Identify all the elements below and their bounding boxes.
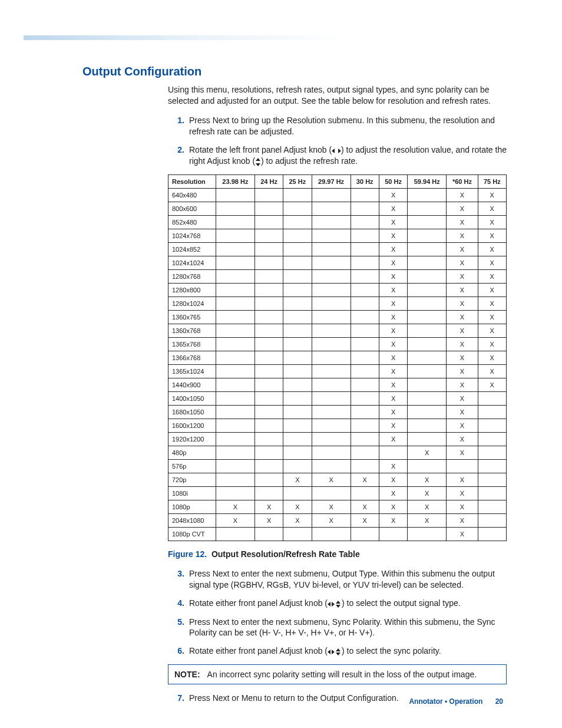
table-cell: 1280x768 xyxy=(168,270,216,284)
table-cell: X xyxy=(447,419,478,433)
table-cell xyxy=(216,229,254,243)
table-cell xyxy=(478,419,506,433)
table-cell: X xyxy=(379,365,407,378)
table-cell: X xyxy=(447,324,478,338)
table-cell: X xyxy=(254,514,283,528)
adjust-knob-icon xyxy=(328,598,342,610)
table-cell xyxy=(254,324,283,338)
table-cell: X xyxy=(379,270,407,284)
table-cell: 1080p xyxy=(168,500,216,514)
table-cell: X xyxy=(447,392,478,406)
table-cell: X xyxy=(408,487,447,500)
table-row: 1080p CVTX xyxy=(168,528,507,541)
table-row: 1360x768XXX xyxy=(168,324,507,338)
table-cell xyxy=(351,446,379,460)
table-cell xyxy=(254,446,283,460)
table-cell: X xyxy=(478,284,506,297)
table-cell xyxy=(312,392,351,406)
table-cell: X xyxy=(447,229,478,243)
table-cell: X xyxy=(447,216,478,229)
table-cell: 720p xyxy=(168,473,216,487)
table-cell xyxy=(351,297,379,311)
table-cell: X xyxy=(283,514,312,528)
table-cell: X xyxy=(379,392,407,406)
table-row: 1366x768XXX xyxy=(168,351,507,365)
table-cell xyxy=(283,338,312,351)
svg-marker-5 xyxy=(332,602,335,607)
step-text: Rotate either front panel Adjust knob ()… xyxy=(189,645,507,657)
table-cell xyxy=(351,365,379,378)
step-number: 4. xyxy=(168,598,189,610)
table-cell xyxy=(283,256,312,270)
table-cell: 1360x765 xyxy=(168,311,216,324)
table-cell xyxy=(351,528,379,541)
table-cell: 1024x768 xyxy=(168,229,216,243)
table-cell xyxy=(216,324,254,338)
table-cell: X xyxy=(478,243,506,256)
table-row: 480pXX xyxy=(168,446,507,460)
table-cell: X xyxy=(379,338,407,351)
table-cell: X xyxy=(447,284,478,297)
table-cell: X xyxy=(379,514,407,528)
table-cell xyxy=(478,528,506,541)
table-cell xyxy=(312,189,351,202)
table-cell: X xyxy=(447,473,478,487)
table-cell: X xyxy=(283,500,312,514)
table-cell: X xyxy=(379,419,407,433)
table-cell: X xyxy=(478,270,506,284)
table-cell: 1280x800 xyxy=(168,284,216,297)
table-cell: X xyxy=(478,189,506,202)
step-number: 1. xyxy=(168,115,189,137)
step-item: 3. Press Next to enter the next submenu,… xyxy=(168,568,507,591)
table-row: 1024x1024XXX xyxy=(168,256,507,270)
table-cell: X xyxy=(216,500,254,514)
table-cell: X xyxy=(379,284,407,297)
table-cell xyxy=(312,338,351,351)
table-cell xyxy=(254,351,283,365)
table-cell: 1680x1050 xyxy=(168,406,216,419)
table-cell: X xyxy=(379,202,407,216)
footer-title: Annotator • Operation xyxy=(409,697,482,706)
table-cell xyxy=(283,378,312,392)
table-cell xyxy=(408,460,447,473)
table-cell xyxy=(351,202,379,216)
adjust-knob-icon xyxy=(328,646,342,657)
table-cell: 1080i xyxy=(168,487,216,500)
table-cell: X xyxy=(447,514,478,528)
table-cell: X xyxy=(351,500,379,514)
table-cell xyxy=(312,324,351,338)
table-cell xyxy=(254,433,283,446)
table-cell xyxy=(312,229,351,243)
table-row: 720pXXXXXX xyxy=(168,473,507,487)
svg-marker-8 xyxy=(328,650,330,654)
table-cell xyxy=(216,473,254,487)
table-cell: X xyxy=(351,514,379,528)
table-cell xyxy=(283,202,312,216)
table-header-cell: 24 Hz xyxy=(254,175,283,189)
table-cell xyxy=(312,446,351,460)
table-cell: X xyxy=(379,311,407,324)
table-cell xyxy=(408,406,447,419)
table-cell xyxy=(254,311,283,324)
note-body: An incorrect sync polarity setting will … xyxy=(207,670,500,679)
table-cell: X xyxy=(379,433,407,446)
table-cell: 1600x1200 xyxy=(168,419,216,433)
left-right-arrow-icon xyxy=(332,144,341,156)
table-cell xyxy=(478,514,506,528)
table-cell: X xyxy=(478,216,506,229)
table-cell: X xyxy=(447,487,478,500)
table-cell xyxy=(216,406,254,419)
step-list: 1. Press Next to bring up the Resolution… xyxy=(168,115,507,167)
table-cell: 1365x1024 xyxy=(168,365,216,378)
table-header-cell: 29.97 Hz xyxy=(312,175,351,189)
table-cell: X xyxy=(478,378,506,392)
table-cell xyxy=(283,433,312,446)
table-cell: X xyxy=(379,243,407,256)
table-cell xyxy=(216,392,254,406)
table-cell: X xyxy=(312,514,351,528)
table-cell xyxy=(283,528,312,541)
table-cell xyxy=(216,202,254,216)
table-cell: X xyxy=(447,365,478,378)
step-text: Press Next to enter the next submenu, Sy… xyxy=(189,617,507,639)
table-cell xyxy=(408,243,447,256)
